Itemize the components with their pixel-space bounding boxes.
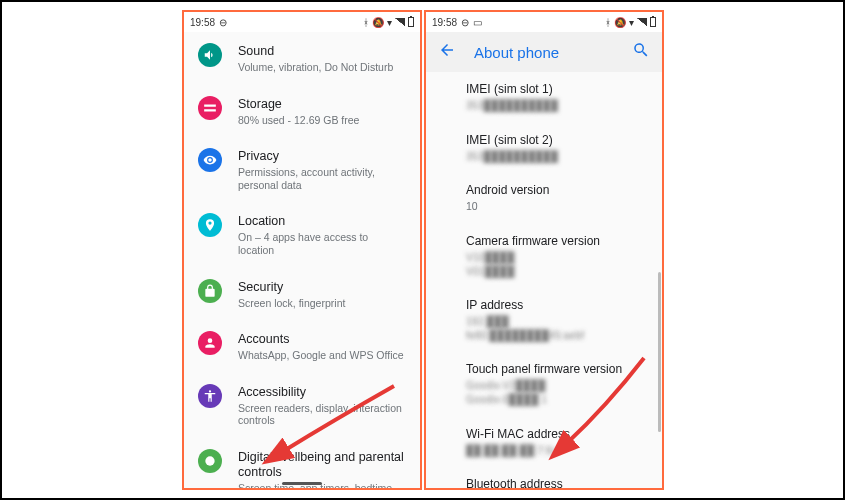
detail-value: ██:██:██:██:7:6c bbox=[466, 444, 648, 458]
item-sub: 80% used - 12.69 GB free bbox=[238, 114, 406, 127]
item-sub: On – 4 apps have access to location bbox=[238, 231, 406, 256]
scrollbar[interactable] bbox=[658, 272, 661, 432]
mute-icon: 🔕 bbox=[614, 17, 626, 28]
detail-title: IP address bbox=[466, 298, 648, 312]
detail-item[interactable]: IMEI (sim slot 1)353██████████ bbox=[466, 72, 662, 123]
settings-item-security[interactable]: SecurityScreen lock, fingerprint bbox=[184, 268, 420, 321]
item-title: Accessibility bbox=[238, 385, 406, 400]
detail-item[interactable]: Bluetooth address██:██:██:██:8a:2c bbox=[466, 467, 662, 488]
detail-title: Wi-Fi MAC address bbox=[466, 427, 648, 441]
about-list[interactable]: IMEI (sim slot 1)353██████████IMEI (sim … bbox=[426, 72, 662, 488]
detail-title: Touch panel firmware version bbox=[466, 362, 648, 376]
detail-item[interactable]: Wi-Fi MAC address██:██:██:██:7:6c bbox=[466, 417, 662, 468]
bluetooth-icon: ᚼ bbox=[605, 17, 611, 28]
phone-left: 19:58 ⊖ ᚼ 🔕 ▾ SoundVolume, vibration, Do… bbox=[182, 10, 422, 490]
mute-icon: 🔕 bbox=[372, 17, 384, 28]
item-title: Sound bbox=[238, 44, 406, 59]
settings-item-accounts[interactable]: AccountsWhatsApp, Google and WPS Office bbox=[184, 320, 420, 373]
item-title: Storage bbox=[238, 97, 406, 112]
detail-title: Camera firmware version bbox=[466, 234, 648, 248]
detail-item[interactable]: IP address192.███fe80:████████45:aebf bbox=[466, 288, 662, 352]
search-icon[interactable] bbox=[632, 41, 650, 63]
item-title: Digital Wellbeing and parental controls bbox=[238, 450, 406, 480]
signal-icon bbox=[637, 18, 647, 26]
security-icon bbox=[198, 279, 222, 303]
wifi-icon: ▾ bbox=[629, 17, 634, 28]
phone-right: 19:58 ⊖ ▭ ᚼ 🔕 ▾ About phone IMEI (sim sl… bbox=[424, 10, 664, 490]
detail-title: IMEI (sim slot 1) bbox=[466, 82, 648, 96]
detail-value: 192.███fe80:████████45:aebf bbox=[466, 315, 648, 342]
do-not-disturb-icon: ⊖ bbox=[461, 17, 469, 28]
detail-item[interactable]: Camera firmware versionV10████V01████ bbox=[466, 224, 662, 288]
privacy-icon bbox=[198, 148, 222, 172]
wifi-icon: ▾ bbox=[387, 17, 392, 28]
settings-item-accessibility[interactable]: AccessibilityScreen readers, display, in… bbox=[184, 373, 420, 438]
battery-icon bbox=[650, 17, 656, 27]
item-title: Security bbox=[238, 280, 406, 295]
statusbar: 19:58 ⊖ ᚼ 🔕 ▾ bbox=[184, 12, 420, 32]
status-time: 19:58 bbox=[432, 17, 457, 28]
storage-icon bbox=[198, 96, 222, 120]
item-sub: Volume, vibration, Do Not Disturb bbox=[238, 61, 406, 74]
sound-icon bbox=[198, 43, 222, 67]
detail-title: Android version bbox=[466, 183, 648, 197]
bluetooth-icon: ᚼ bbox=[363, 17, 369, 28]
item-sub: Screen time, app timers, bedtime schedul… bbox=[238, 482, 406, 488]
signal-icon bbox=[395, 18, 405, 26]
item-sub: Screen lock, fingerprint bbox=[238, 297, 406, 310]
screenshot-icon: ▭ bbox=[473, 17, 482, 28]
back-icon[interactable] bbox=[438, 41, 456, 63]
detail-item[interactable]: IMEI (sim slot 2)353██████████ bbox=[466, 123, 662, 174]
settings-list[interactable]: SoundVolume, vibration, Do Not DisturbSt… bbox=[184, 32, 420, 488]
statusbar: 19:58 ⊖ ▭ ᚼ 🔕 ▾ bbox=[426, 12, 662, 32]
settings-item-privacy[interactable]: PrivacyPermissions, account activity, pe… bbox=[184, 137, 420, 202]
settings-item-location[interactable]: LocationOn – 4 apps have access to locat… bbox=[184, 202, 420, 267]
item-sub: WhatsApp, Google and WPS Office bbox=[238, 349, 406, 362]
item-title: Accounts bbox=[238, 332, 406, 347]
digital-icon bbox=[198, 449, 222, 473]
accessibility-icon bbox=[198, 384, 222, 408]
appbar: About phone bbox=[426, 32, 662, 72]
detail-value: 353██████████ bbox=[466, 99, 648, 113]
item-title: Privacy bbox=[238, 149, 406, 164]
settings-item-sound[interactable]: SoundVolume, vibration, Do Not Disturb bbox=[184, 32, 420, 85]
detail-title: IMEI (sim slot 2) bbox=[466, 133, 648, 147]
detail-item[interactable]: Android version10 bbox=[466, 173, 662, 224]
detail-value: 353██████████ bbox=[466, 150, 648, 164]
battery-icon bbox=[408, 17, 414, 27]
status-time: 19:58 bbox=[190, 17, 215, 28]
detail-title: Bluetooth address bbox=[466, 477, 648, 488]
do-not-disturb-icon: ⊖ bbox=[219, 17, 227, 28]
settings-item-digital-wellbeing-and-parental-controls[interactable]: Digital Wellbeing and parental controlsS… bbox=[184, 438, 420, 488]
settings-item-storage[interactable]: Storage80% used - 12.69 GB free bbox=[184, 85, 420, 138]
detail-value: V10████V01████ bbox=[466, 251, 648, 278]
detail-value: 10 bbox=[466, 200, 648, 214]
item-title: Location bbox=[238, 214, 406, 229]
location-icon bbox=[198, 213, 222, 237]
accounts-icon bbox=[198, 331, 222, 355]
detail-item[interactable]: Touch panel firmware versionGoodix-V2███… bbox=[466, 352, 662, 416]
nav-pill[interactable] bbox=[282, 482, 322, 485]
item-sub: Screen readers, display, interaction con… bbox=[238, 402, 406, 427]
status-icons: ᚼ 🔕 ▾ bbox=[605, 17, 656, 28]
status-icons: ᚼ 🔕 ▾ bbox=[363, 17, 414, 28]
appbar-title: About phone bbox=[474, 44, 632, 61]
detail-value: Goodix-V2████Goodix-0████ 1 bbox=[466, 379, 648, 406]
svg-point-0 bbox=[205, 456, 214, 465]
item-sub: Permissions, account activity, personal … bbox=[238, 166, 406, 191]
